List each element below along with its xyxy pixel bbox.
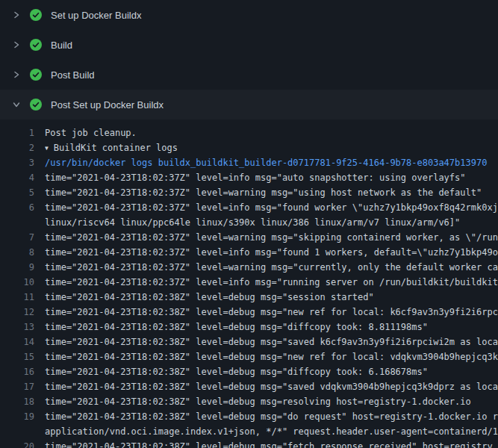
log-line: 18time="2021-04-23T18:02:38Z" level=debu… — [0, 394, 498, 409]
log-text: time="2021-04-23T18:02:38Z" level=debug … — [45, 290, 498, 305]
log-text: time="2021-04-23T18:02:38Z" level=debug … — [45, 320, 498, 335]
log-text: time="2021-04-23T18:02:38Z" level=debug … — [45, 409, 498, 424]
log-line: 14time="2021-04-23T18:02:38Z" level=debu… — [0, 335, 498, 349]
step-header-post-set-up-docker-buildx[interactable]: Post Set up Docker Buildx — [0, 90, 498, 119]
log-text: time="2021-04-23T18:02:38Z" level=debug … — [45, 439, 498, 448]
line-number[interactable]: 1 — [0, 125, 45, 140]
chevron-right-icon — [12, 70, 21, 79]
line-number[interactable]: 18 — [0, 394, 45, 409]
log-line: 17time="2021-04-23T18:02:38Z" level=debu… — [0, 379, 498, 394]
log-line: 6time="2021-04-23T18:02:37Z" level=info … — [0, 200, 498, 230]
line-number[interactable]: 2 — [0, 140, 45, 155]
log-line: 8time="2021-04-23T18:02:37Z" level=info … — [0, 245, 498, 260]
log-line: 4time="2021-04-23T18:02:37Z" level=info … — [0, 170, 498, 185]
log-text: time="2021-04-23T18:02:38Z" level=debug … — [45, 379, 498, 394]
log-line: 1Post job cleanup. — [0, 125, 498, 140]
line-number[interactable]: 9 — [0, 260, 45, 275]
log-line: 20time="2021-04-23T18:02:38Z" level=debu… — [0, 439, 498, 448]
step-label: Build — [51, 40, 72, 51]
line-number[interactable]: 13 — [0, 320, 45, 335]
line-number[interactable]: 4 — [0, 170, 45, 185]
log-line: 3/usr/bin/docker logs buildx_buildkit_bu… — [0, 155, 498, 170]
check-circle-icon — [30, 39, 42, 51]
step-header-set-up-docker-buildx[interactable]: Set up Docker Buildx — [0, 0, 498, 30]
log-line: 9time="2021-04-23T18:02:37Z" level=warni… — [0, 260, 498, 275]
line-number[interactable]: 8 — [0, 245, 45, 260]
group-triangle-icon: ▼ — [45, 141, 49, 155]
line-number[interactable]: 20 — [0, 439, 45, 448]
log-line: 11time="2021-04-23T18:02:38Z" level=debu… — [0, 290, 498, 305]
log-text: Post job cleanup. — [45, 125, 498, 140]
step-label: Set up Docker Buildx — [51, 10, 141, 21]
log-text: time="2021-04-23T18:02:37Z" level=info m… — [45, 245, 498, 260]
log-line: 16time="2021-04-23T18:02:38Z" level=debu… — [0, 364, 498, 379]
line-number[interactable]: 12 — [0, 305, 45, 320]
check-circle-icon — [30, 69, 42, 81]
log-text: time="2021-04-23T18:02:38Z" level=debug … — [45, 335, 498, 349]
line-number[interactable]: 15 — [0, 349, 45, 364]
log-lines: 1Post job cleanup.2▼BuildKit container l… — [0, 119, 498, 448]
line-number[interactable]: 3 — [0, 155, 45, 170]
check-circle-icon — [30, 9, 42, 21]
log-text: /usr/bin/docker logs buildx_buildkit_bui… — [45, 155, 498, 170]
log-group-toggle[interactable]: ▼BuildKit container logs — [45, 140, 498, 155]
line-number[interactable]: 17 — [0, 379, 45, 394]
step-header-build[interactable]: Build — [0, 30, 498, 60]
log-text: time="2021-04-23T18:02:37Z" level=info m… — [45, 170, 498, 185]
line-number[interactable]: 11 — [0, 290, 45, 305]
line-number[interactable]: 10 — [0, 275, 45, 290]
chevron-right-icon — [12, 10, 21, 19]
log-text-continuation: linux/riscv64 linux/ppc64le linux/s390x … — [45, 215, 498, 230]
line-number[interactable]: 19 — [0, 409, 45, 424]
log-text-continuation: application/vnd.oci.image.index.v1+json,… — [45, 424, 498, 439]
workflow-log-viewer: Set up Docker Buildx Build Post Build Po… — [0, 0, 498, 448]
log-text: time="2021-04-23T18:02:38Z" level=debug … — [45, 364, 498, 379]
step-label: Post Build — [51, 69, 95, 81]
line-number[interactable]: 16 — [0, 364, 45, 379]
log-text: time="2021-04-23T18:02:38Z" level=debug … — [45, 349, 498, 364]
log-line: 5time="2021-04-23T18:02:37Z" level=warni… — [0, 185, 498, 200]
log-line: 12time="2021-04-23T18:02:38Z" level=debu… — [0, 305, 498, 320]
step-header-post-build[interactable]: Post Build — [0, 60, 498, 90]
log-text: time="2021-04-23T18:02:37Z" level=warnin… — [45, 260, 498, 275]
log-line: 13time="2021-04-23T18:02:38Z" level=debu… — [0, 320, 498, 335]
line-number[interactable]: 5 — [0, 185, 45, 200]
log-line: 15time="2021-04-23T18:02:38Z" level=debu… — [0, 349, 498, 364]
log-text: time="2021-04-23T18:02:37Z" level=warnin… — [45, 230, 498, 245]
chevron-right-icon — [12, 40, 21, 49]
log-text: time="2021-04-23T18:02:37Z" level=info m… — [45, 275, 498, 290]
chevron-down-icon — [12, 100, 21, 109]
log-line: 19time="2021-04-23T18:02:38Z" level=debu… — [0, 409, 498, 439]
line-number[interactable]: 6 — [0, 200, 45, 215]
log-text: time="2021-04-23T18:02:37Z" level=info m… — [45, 200, 498, 215]
log-text: time="2021-04-23T18:02:38Z" level=debug … — [45, 305, 498, 320]
check-circle-icon — [30, 99, 42, 111]
log-line: 7time="2021-04-23T18:02:37Z" level=warni… — [0, 230, 498, 245]
log-line: 10time="2021-04-23T18:02:37Z" level=info… — [0, 275, 498, 290]
line-number[interactable]: 14 — [0, 335, 45, 349]
log-text: time="2021-04-23T18:02:37Z" level=warnin… — [45, 185, 498, 200]
line-number[interactable]: 7 — [0, 230, 45, 245]
log-line: 2▼BuildKit container logs — [0, 140, 498, 155]
step-label: Post Set up Docker Buildx — [51, 99, 164, 111]
log-text: time="2021-04-23T18:02:38Z" level=debug … — [45, 394, 498, 409]
